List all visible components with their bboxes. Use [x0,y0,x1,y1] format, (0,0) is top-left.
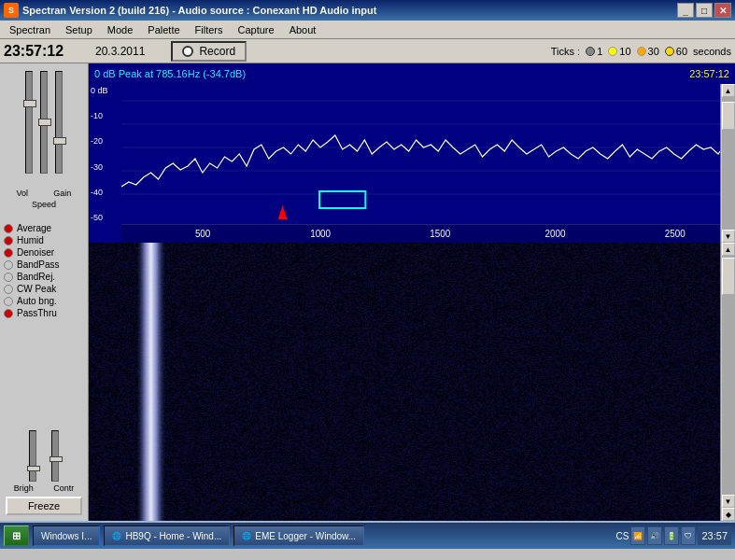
filter-autobng-dot [4,297,13,306]
y-label-2: -20 [91,136,120,146]
start-button[interactable]: ⊞ [4,525,29,546]
bottom-controls: Brigh Contr Freeze [2,430,86,517]
ticks-label: Ticks : [551,46,580,57]
vol-slider-track [25,71,33,174]
spectrum-graph: 0 dB -10 -20 -30 -40 -50 [89,84,735,243]
scroll-up-arrow[interactable]: ▲ [722,84,735,97]
menu-filters[interactable]: Filters [188,22,231,37]
peak-info: 0 dB Peak at 785.16Hz (-34.7dB) [94,68,246,79]
waterfall-scroll-up[interactable]: ▲ [722,243,735,256]
left-panel: Vol Gain Speed Average Humid Denoiser Ba… [0,63,89,521]
taskbar-item-windows-label: Windows I... [41,531,92,541]
waterfall-scroll-thumb[interactable] [722,258,735,295]
ie-icon: 🌐 [112,532,121,540]
filter-cwpeak-dot [4,285,13,294]
speed-label: Speed [32,200,56,209]
tick-60-radio[interactable] [665,47,674,56]
filter-average-dot [4,224,13,233]
filter-denoiser[interactable]: Denoiser [2,246,86,259]
filter-humid-label: Humid [17,235,44,245]
svg-text:2500: 2500 [665,229,686,239]
taskbar-item-windows[interactable]: Windows I... [33,525,100,546]
filter-passthru[interactable]: PassThru [2,307,86,319]
tray-icon-4[interactable]: 🛡 [681,526,696,545]
sliders-row [2,67,86,189]
tick-60[interactable]: 60 [665,46,687,57]
contr-label: Contr [53,483,74,493]
tick-1[interactable]: 1 [586,46,602,57]
filter-bandpass-dot [4,260,13,270]
svg-rect-6 [319,191,365,208]
waterfall-canvas [89,243,735,521]
filter-bandrej-label: BandRej. [17,272,55,282]
filter-bandpass-label: BandPass [17,259,60,270]
filter-bandpass[interactable]: BandPass [2,259,86,271]
contrast-slider-thumb[interactable] [49,456,63,462]
title-bar-buttons: _ □ ✕ [677,3,731,18]
close-button[interactable]: ✕ [714,3,731,18]
gain-label: Gain [53,189,71,198]
toolbar: 23:57:12 20.3.2011 Record Ticks : 1 10 3… [0,39,735,63]
filter-cwpeak[interactable]: CW Peak [2,283,86,295]
taskbar-item-eme[interactable]: 🌐 EME Logger - Window... [233,525,364,546]
menu-setup[interactable]: Setup [58,22,100,37]
y-label-5: -50 [91,213,120,222]
y-label-1: -10 [91,111,120,120]
waterfall-scroll-down[interactable]: ▼ [722,495,735,508]
taskbar-right: CS 📶 🔊 🔋 🛡 23:57 [616,526,731,545]
waterfall-scrollbar: ▲ ▼ ◆ [720,243,735,521]
gain-slider-thumb[interactable] [38,119,51,126]
scroll-thumb[interactable] [722,102,735,130]
vol-slider-thumb[interactable] [23,100,36,107]
main-content: Vol Gain Speed Average Humid Denoiser Ba… [0,63,735,521]
tick-10[interactable]: 10 [608,46,630,57]
minimize-button[interactable]: _ [677,3,694,18]
tick-1-radio[interactable] [586,47,595,56]
waterfall-scroll-track [722,256,735,495]
tray-icon-1[interactable]: 📶 [630,526,645,545]
ie-icon-2: 🌐 [242,532,251,540]
menu-capture[interactable]: Capture [231,22,282,37]
vol-label: Vol [17,189,29,198]
spectrum-panel: 0 dB Peak at 785.16Hz (-34.7dB) 23:57:12… [89,63,735,521]
sliders-labels: Vol Gain [2,189,86,198]
maximize-button[interactable]: □ [696,3,713,18]
taskbar-item-hb9q-label: HB9Q - Home - Wind... [125,531,221,541]
filter-bandrej[interactable]: BandRej. [2,271,86,283]
x-axis: 500 1000 1500 2000 2500 [121,224,720,243]
taskbar: ⊞ Windows I... 🌐 HB9Q - Home - Wind... 🌐… [0,521,735,549]
tick-60-label: 60 [676,46,687,57]
filter-humid[interactable]: Humid [2,234,86,246]
taskbar-item-hb9q[interactable]: 🌐 HB9Q - Home - Wind... [104,525,230,546]
menu-spectran[interactable]: Spectran [2,22,58,37]
tick-30[interactable]: 30 [637,46,659,57]
peak-bar: 0 dB Peak at 785.16Hz (-34.7dB) 23:57:12 [89,63,735,84]
y-label-3: -30 [91,162,120,172]
speed-slider-track [55,71,63,174]
tray-icon-2[interactable]: 🔊 [647,526,662,545]
record-button[interactable]: Record [171,41,247,62]
gain-slider-track [40,71,48,174]
speed-slider-thumb[interactable] [53,137,66,145]
tick-10-radio[interactable] [608,47,617,56]
svg-marker-5 [278,205,288,219]
scroll-down-arrow[interactable]: ▼ [722,230,735,243]
filter-autobng[interactable]: Auto bng. [2,295,86,307]
filter-average[interactable]: Average [2,222,86,234]
filter-denoiser-label: Denoiser [17,247,54,258]
brightness-slider-thumb[interactable] [27,466,40,471]
menu-mode[interactable]: Mode [100,22,141,37]
waterfall-scroll-extra[interactable]: ◆ [722,508,735,521]
menu-palette[interactable]: Palette [140,22,187,37]
freeze-button[interactable]: Freeze [6,497,82,515]
menu-about[interactable]: About [282,22,324,37]
brightness-slider-track [29,430,36,482]
filter-passthru-label: PassThru [17,308,57,318]
tray-icon-3[interactable]: 🔋 [664,526,679,545]
tick-30-radio[interactable] [637,47,646,56]
svg-text:1000: 1000 [310,229,331,239]
spectrum-svg [121,84,720,224]
x-axis-svg: 500 1000 1500 2000 2500 [121,224,720,243]
peak-time: 23:57:12 [689,68,729,79]
contrast-slider-track [51,430,59,482]
